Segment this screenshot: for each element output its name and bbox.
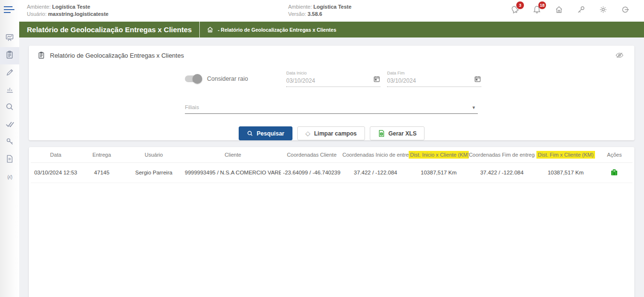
clipboard-icon xyxy=(37,51,50,59)
col-header-coordenadas-cliente[interactable]: Coordenadas Cliente xyxy=(281,147,342,162)
col-header-cliente[interactable]: Cliente xyxy=(185,147,281,162)
col-header-dist-fim[interactable]: Dist. Fim x Cliente (KM) xyxy=(535,147,596,162)
key-icon xyxy=(577,5,585,14)
sidebar-item-dashboard[interactable] xyxy=(0,30,19,47)
data-fim-field[interactable]: Data Fim 03/10/2024 xyxy=(387,71,481,87)
environment-info: Ambiente: Logística Teste Usuário: maxst… xyxy=(27,3,109,18)
data-inicio-value[interactable]: 03/10/2024 xyxy=(286,77,380,87)
hamburger-menu-icon[interactable] xyxy=(4,6,14,14)
toggle-label: Considerar raio xyxy=(207,75,248,82)
notification-badge: 18 xyxy=(538,1,546,9)
sidebar-item-search[interactable] xyxy=(0,99,19,116)
sidebar: (ᴀʹ) xyxy=(0,0,19,297)
sidebar-item-access[interactable] xyxy=(0,134,19,151)
data-fim-value[interactable]: 03/10/2024 xyxy=(387,77,481,87)
cell-dist-fim: 10387,517 Km xyxy=(535,162,596,183)
sidebar-item-approvals[interactable] xyxy=(0,116,19,134)
settings-button[interactable] xyxy=(598,4,608,15)
notification-badge: 3 xyxy=(516,1,524,9)
gerar-xls-button[interactable]: Gerar XLS xyxy=(370,126,425,140)
page-title: Relatório de Geolocalização Entregas x C… xyxy=(19,25,199,34)
breadcrumb-text: - Relatório de Geolocalização Entregas x… xyxy=(218,27,336,33)
app-window: (ᴀʹ) Ambiente: Logística Teste Usuário: … xyxy=(0,0,644,297)
results-table: Data Entrega Usuário Cliente Coordenadas… xyxy=(31,147,632,183)
pesquisar-button[interactable]: Pesquisar xyxy=(239,126,292,140)
col-header-dist-inicio[interactable]: Dist. Inicio x Cliente (KM) xyxy=(409,147,469,162)
key-icon xyxy=(6,137,14,148)
double-check-icon xyxy=(5,120,14,130)
limpar-campos-button[interactable]: ◇ Limpar campos xyxy=(297,126,365,140)
card-title: Relatório de Geolocalização Entregas x C… xyxy=(50,52,184,59)
col-header-coordenadas-inicio[interactable]: Coordenadas Inicio de entrega xyxy=(342,147,409,162)
gear-icon xyxy=(599,5,608,14)
data-fim-label: Data Fim xyxy=(387,71,481,75)
pencil-icon xyxy=(6,68,14,78)
results-table-card: Data Entrega Usuário Cliente Coordenadas… xyxy=(29,147,634,297)
document-icon xyxy=(6,155,13,165)
col-header-coordenadas-fim[interactable]: Coordenadas Fim de entrega xyxy=(469,147,535,162)
briefcase-map-icon xyxy=(610,169,618,176)
cell-dist-inicio: 10387,517 Km xyxy=(409,162,469,183)
filiais-select[interactable]: Filiais ▼ xyxy=(185,104,478,114)
versao-value: 3.58.6 xyxy=(307,11,322,17)
chevron-down-icon: ▼ xyxy=(472,105,476,110)
calendar-icon xyxy=(373,75,380,83)
calendar-button[interactable] xyxy=(373,75,380,83)
cell-coordenadas-cliente: -23.64099 / -46.740239 xyxy=(281,162,342,183)
version-info: Ambiente: Logística Teste Versão: 3.58.6 xyxy=(288,3,352,18)
top-header: Ambiente: Logística Teste Usuário: maxst… xyxy=(19,0,644,22)
cell-cliente: 9999993495 / N.S.A COMERCIO VARE xyxy=(185,162,281,183)
col-header-data[interactable]: Data xyxy=(31,147,81,162)
main-content: Relatório de Geolocalização Entregas x C… xyxy=(19,37,644,297)
eye-off-icon xyxy=(615,51,624,59)
sidebar-item-charts[interactable] xyxy=(0,82,19,99)
notifications-alert-button[interactable]: 3 xyxy=(510,4,520,15)
home-icon xyxy=(555,5,563,14)
sidebar-item-reports[interactable] xyxy=(0,47,19,64)
home-button[interactable] xyxy=(554,4,564,15)
data-inicio-label: Data Inicio xyxy=(286,71,380,75)
usuario-value: maxstring.logisticateste xyxy=(48,11,109,17)
col-header-acoes: Ações xyxy=(596,147,632,162)
logout-icon xyxy=(621,5,630,14)
sidebar-item-documents[interactable] xyxy=(0,151,19,168)
filters-card: Relatório de Geolocalização Entregas x C… xyxy=(29,46,634,140)
cell-data: 03/10/2024 12:53 xyxy=(31,162,81,183)
considerar-raio-toggle[interactable]: Considerar raio xyxy=(185,75,248,82)
col-header-entrega[interactable]: Entrega xyxy=(81,147,123,162)
col-header-usuario[interactable]: Usuário xyxy=(123,147,185,162)
excel-file-icon xyxy=(378,130,385,137)
filiais-label: Filiais xyxy=(185,104,478,114)
logout-button[interactable] xyxy=(620,4,631,15)
table-header-row: Data Entrega Usuário Cliente Coordenadas… xyxy=(31,147,632,162)
cell-usuario: Sergio Parreira xyxy=(123,162,185,183)
divider xyxy=(199,22,200,37)
calendar-icon xyxy=(474,75,481,83)
translate-icon: (ᴀʹ) xyxy=(7,174,12,180)
search-icon xyxy=(5,102,14,113)
home-icon[interactable] xyxy=(207,26,214,33)
sidebar-item-edit[interactable] xyxy=(0,64,19,82)
cell-acoes xyxy=(596,162,632,183)
bar-chart-icon xyxy=(6,86,14,96)
notifications-button[interactable]: 18 xyxy=(532,4,542,15)
eraser-icon: ◇ xyxy=(305,130,310,137)
clipboard-icon xyxy=(5,50,14,61)
presentation-chart-icon xyxy=(5,33,14,44)
sidebar-item-translate[interactable]: (ᴀʹ) xyxy=(0,168,19,186)
map-action-button[interactable] xyxy=(610,169,618,176)
breadcrumb: - Relatório de Geolocalização Entregas x… xyxy=(200,26,336,33)
data-inicio-field[interactable]: Data Inicio 03/10/2024 xyxy=(286,71,380,87)
ambiente-value: Logística Teste xyxy=(52,4,90,10)
calendar-button[interactable] xyxy=(474,75,481,83)
table-row[interactable]: 03/10/2024 12:53 47145 Sergio Parreira 9… xyxy=(31,162,632,183)
toggle-switch[interactable] xyxy=(185,75,201,82)
hide-filters-button[interactable] xyxy=(615,51,624,59)
cell-coordenadas-inicio: 37.422 / -122.084 xyxy=(342,162,409,183)
search-icon xyxy=(247,130,253,136)
page-title-bar: Relatório de Geolocalização Entregas x C… xyxy=(19,22,644,37)
password-button[interactable] xyxy=(576,4,586,15)
cell-coordenadas-fim: 37.422 / -122.084 xyxy=(469,162,535,183)
cell-entrega: 47145 xyxy=(81,162,123,183)
